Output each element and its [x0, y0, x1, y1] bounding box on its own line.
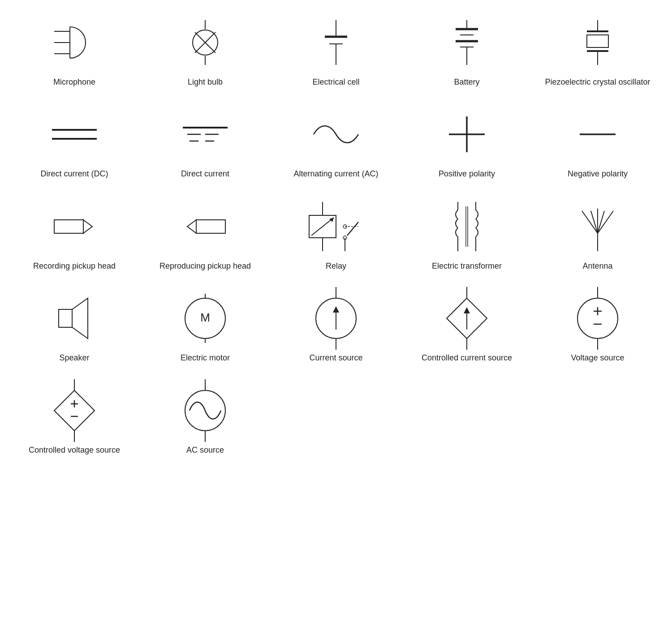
positive-polarity-symbol: Positive polarity: [406, 105, 528, 179]
direct-current-symbol: Direct current: [144, 105, 266, 179]
electric-motor-label: Electric motor: [181, 353, 230, 363]
microphone-symbol: Microphone: [13, 13, 135, 87]
speaker-label: Speaker: [59, 353, 89, 363]
alternating-current-label: Alternating current (AC): [293, 169, 378, 179]
ac-source-label: AC source: [186, 445, 224, 455]
voltage-source-label: Voltage source: [571, 353, 624, 363]
reproducing-pickup-symbol: Reproducing pickup head: [144, 197, 266, 271]
microphone-label: Microphone: [53, 77, 95, 87]
light-bulb-label: Light bulb: [188, 77, 223, 87]
battery-label: Battery: [454, 77, 479, 87]
svg-rect-36: [196, 220, 225, 233]
light-bulb-symbol: Light bulb: [144, 13, 266, 87]
alternating-current-symbol: Alternating current (AC): [275, 105, 397, 179]
svg-marker-74: [464, 307, 470, 313]
svg-marker-37: [187, 220, 196, 233]
current-source-symbol: Current source: [275, 289, 397, 363]
battery-symbol: Battery: [406, 13, 528, 87]
electric-motor-symbol: M Electric motor: [144, 289, 266, 363]
svg-line-55: [582, 211, 598, 233]
relay-label: Relay: [326, 261, 346, 271]
recording-pickup-symbol: Recording pickup head: [13, 197, 135, 271]
voltage-source-symbol: Voltage source: [537, 289, 659, 363]
recording-pickup-label: Recording pickup head: [33, 261, 116, 271]
controlled-current-source-symbol: Controlled current source: [406, 289, 528, 363]
antenna-symbol: Antenna: [537, 197, 659, 271]
svg-point-77: [577, 298, 618, 338]
electric-transformer-symbol: Electric transformer: [406, 197, 528, 271]
electrical-cell-label: Electrical cell: [312, 77, 359, 87]
electrical-cell-symbol: Electrical cell: [275, 13, 397, 87]
svg-marker-35: [83, 220, 92, 233]
controlled-voltage-source-symbol: Controlled voltage source: [13, 381, 135, 455]
svg-marker-69: [333, 306, 339, 313]
svg-marker-42: [329, 218, 334, 222]
svg-rect-60: [59, 309, 72, 327]
piezoelectric-symbol: Piezoelectric crystal oscillator: [537, 13, 659, 87]
direct-current-dc-label: Direct current (DC): [40, 169, 108, 179]
ac-source-symbol: AC source: [144, 381, 266, 455]
piezoelectric-label: Piezoelectric crystal oscillator: [545, 77, 650, 87]
direct-current-dc-symbol: Direct current (DC): [13, 105, 135, 179]
svg-line-56: [598, 211, 613, 233]
reproducing-pickup-label: Reproducing pickup head: [159, 261, 251, 271]
current-source-label: Current source: [309, 353, 362, 363]
speaker-symbol: Speaker: [13, 289, 135, 363]
negative-polarity-label: Negative polarity: [568, 169, 628, 179]
svg-line-41: [311, 218, 334, 236]
negative-polarity-symbol: Negative polarity: [537, 105, 659, 179]
svg-line-58: [598, 211, 604, 233]
relay-symbol: Relay: [275, 197, 397, 271]
svg-line-47: [347, 222, 358, 236]
svg-rect-34: [54, 220, 83, 233]
electric-transformer-label: Electric transformer: [432, 261, 502, 271]
svg-line-57: [591, 211, 598, 233]
svg-text:M: M: [200, 311, 210, 324]
svg-rect-21: [587, 35, 608, 47]
svg-marker-61: [72, 298, 88, 338]
controlled-voltage-source-label: Controlled voltage source: [29, 445, 120, 455]
svg-marker-83: [54, 390, 95, 431]
direct-current-label: Direct current: [181, 169, 229, 179]
antenna-label: Antenna: [582, 261, 612, 271]
controlled-current-source-label: Controlled current source: [422, 353, 512, 363]
positive-polarity-label: Positive polarity: [439, 169, 495, 179]
